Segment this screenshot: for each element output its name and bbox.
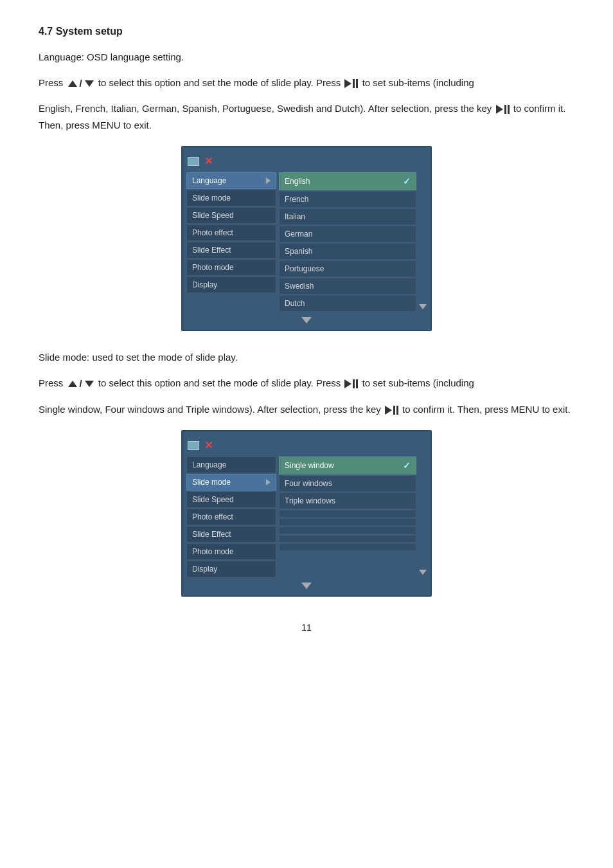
- mode-label: Single window: [285, 461, 334, 470]
- lang-spanish[interactable]: Spanish: [279, 243, 416, 260]
- mode-empty-5: [279, 543, 416, 551]
- menu-titlebar-2: ✕: [182, 437, 431, 455]
- menu-item-label: Slide Speed: [192, 211, 234, 220]
- menu-item-slidespeed-1[interactable]: Slide Speed: [186, 207, 276, 224]
- lang-label: Spanish: [285, 247, 312, 256]
- triangle-down-icon-2: [85, 381, 94, 387]
- arrow-right-icon: [266, 177, 271, 184]
- scroll-down-icon-1[interactable]: [419, 304, 427, 309]
- menu-left-panel-1: Language Slide mode Slide Speed Photo ef…: [186, 172, 276, 312]
- play-pause-icon-2: [496, 105, 510, 114]
- lang-label: Dutch: [285, 299, 305, 308]
- menu-titlebar-1: ✕: [182, 152, 431, 171]
- mode-label: Triple windows: [285, 496, 335, 505]
- menu-item-label: Language: [192, 460, 226, 469]
- menu-item-photomode-1[interactable]: Photo mode: [186, 259, 276, 276]
- lang-swedish[interactable]: Swedish: [279, 278, 416, 294]
- press-instruction-2b: Single window, Four windows and Triple w…: [39, 401, 574, 418]
- language-description: Language: OSD language setting.: [39, 49, 574, 66]
- menu-bottom-2: [182, 583, 431, 589]
- play-pause-icon-1: [344, 79, 358, 88]
- menu-close-2[interactable]: ✕: [204, 439, 213, 451]
- menu-screen-1: ✕ Language Slide mode Slide Speed Photo …: [181, 146, 432, 331]
- lang-german[interactable]: German: [279, 226, 416, 242]
- menu-item-label: Display: [192, 565, 217, 574]
- press-instruction-1: Press / to select this option and set th…: [39, 75, 574, 92]
- mode-empty-4: [279, 535, 416, 543]
- mode-empty-3: [279, 527, 416, 534]
- menu-content-2: Language Slide mode Slide Speed Photo ef…: [182, 455, 431, 579]
- menu-item-label: Photo effect: [192, 228, 233, 237]
- menu-item-label: Photo mode: [192, 263, 234, 272]
- mode-triple[interactable]: Triple windows: [279, 493, 416, 509]
- down-nav-icon-1[interactable]: [301, 317, 312, 323]
- lang-portuguese[interactable]: Portuguese: [279, 260, 416, 277]
- lang-label: Swedish: [285, 282, 314, 291]
- scroll-down-icon-2[interactable]: [419, 570, 427, 575]
- lang-label: English: [285, 177, 310, 186]
- menu-screenshot-1: ✕ Language Slide mode Slide Speed Photo …: [39, 146, 574, 331]
- lang-label: German: [285, 230, 312, 239]
- menu-item-photomode-2[interactable]: Photo mode: [186, 543, 276, 560]
- menu-item-display-2[interactable]: Display: [186, 561, 276, 577]
- menu-left-panel-2: Language Slide mode Slide Speed Photo ef…: [186, 457, 276, 577]
- menu-close-1[interactable]: ✕: [204, 155, 213, 167]
- press-instruction-2: Press / to select this option and set th…: [39, 375, 574, 392]
- menu-item-language-2[interactable]: Language: [186, 457, 276, 473]
- menu-item-language-1[interactable]: Language: [186, 172, 276, 189]
- arrow-right-icon-2: [266, 479, 271, 485]
- lang-english[interactable]: English ✓: [279, 172, 416, 190]
- lang-label: Portuguese: [285, 264, 324, 273]
- down-nav-icon-2[interactable]: [301, 583, 312, 589]
- menu-content-1: Language Slide mode Slide Speed Photo ef…: [182, 171, 431, 313]
- menu-bottom-1: [182, 317, 431, 323]
- menu-item-slideeffect-2[interactable]: Slide Effect: [186, 526, 276, 543]
- mode-empty-1: [279, 510, 416, 518]
- lang-label: French: [285, 195, 308, 204]
- checkmark-icon-2: ✓: [403, 460, 411, 471]
- menu-item-slidemode-2[interactable]: Slide mode: [186, 474, 276, 491]
- triangle-down-icon: [85, 80, 94, 87]
- mode-empty-2: [279, 518, 416, 526]
- menu-item-label: Slide Speed: [192, 495, 234, 504]
- menu-icon-2: [188, 441, 199, 450]
- triangle-up-icon: [68, 80, 77, 87]
- mode-single[interactable]: Single window ✓: [279, 457, 416, 475]
- lang-italian[interactable]: Italian: [279, 208, 416, 225]
- menu-screen-2: ✕ Language Slide mode Slide Speed Photo …: [181, 430, 432, 597]
- play-pause-icon-4: [385, 406, 398, 415]
- menu-item-label: Slide Effect: [192, 246, 231, 255]
- menu-item-slidemode-1[interactable]: Slide mode: [186, 190, 276, 206]
- lang-dutch[interactable]: Dutch: [279, 295, 416, 312]
- menu-item-label: Photo mode: [192, 547, 234, 556]
- triangle-up-icon-2: [68, 381, 77, 387]
- page-number: 11: [39, 622, 574, 633]
- lang-french[interactable]: French: [279, 191, 416, 208]
- scroll-controls-2: [419, 457, 427, 577]
- menu-right-panel-1: English ✓ French Italian German Spanish …: [279, 172, 416, 312]
- menu-item-photoeffect-1[interactable]: Photo effect: [186, 224, 276, 241]
- menu-item-label: Slide Effect: [192, 530, 231, 539]
- checkmark-icon: ✓: [403, 176, 411, 186]
- mode-four[interactable]: Four windows: [279, 475, 416, 492]
- menu-item-label: Photo effect: [192, 512, 233, 521]
- menu-screenshot-2: ✕ Language Slide mode Slide Speed Photo …: [39, 430, 574, 597]
- menu-item-label: Slide mode: [192, 194, 231, 203]
- menu-item-label: Slide mode: [192, 478, 231, 487]
- section-title: 4.7 System setup: [39, 26, 574, 37]
- menu-icon-1: [188, 157, 199, 166]
- menu-right-panel-2: Single window ✓ Four windows Triple wind…: [279, 457, 416, 577]
- menu-item-label: Language: [192, 176, 226, 185]
- play-pause-icon-3: [344, 379, 358, 388]
- lang-label: Italian: [285, 212, 305, 221]
- menu-item-display-1[interactable]: Display: [186, 276, 276, 293]
- menu-item-slidespeed-2[interactable]: Slide Speed: [186, 491, 276, 508]
- menu-item-slideeffect-1[interactable]: Slide Effect: [186, 242, 276, 258]
- mode-label: Four windows: [285, 479, 332, 488]
- slide-mode-description: Slide mode: used to set the mode of slid…: [39, 349, 574, 366]
- press-instruction-1b: English, French, Italian, German, Spanis…: [39, 100, 574, 133]
- menu-item-photoeffect-2[interactable]: Photo effect: [186, 509, 276, 525]
- menu-item-label: Display: [192, 280, 217, 289]
- scroll-controls-1: [419, 172, 427, 312]
